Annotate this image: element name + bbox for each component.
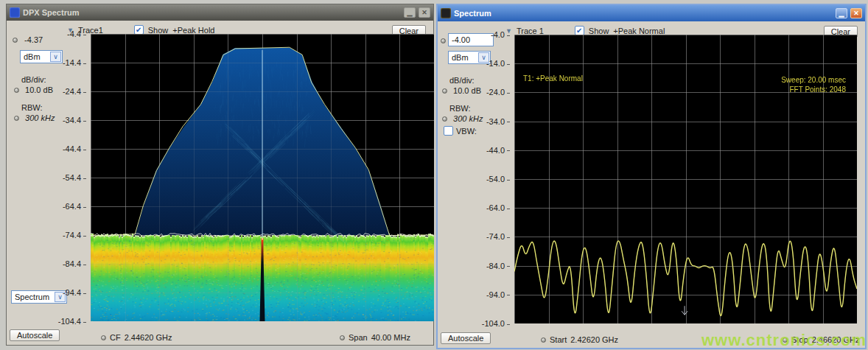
spectrum-app-icon [441,8,451,18]
db-div-value[interactable]: 10.0 dB [453,86,481,95]
unit-select[interactable]: dBm ∨ [20,50,63,63]
start-value: 2.42620 GHz [570,335,618,344]
autoscale-button[interactable]: Autoscale [441,332,491,344]
y-axis-tick: -34.4 [63,116,86,125]
close-button[interactable]: ✕ [850,8,862,18]
knob-icon[interactable] [442,116,447,122]
y-axis-tick: -54.4 [63,173,86,182]
y-axis-tick: -34.0 [486,117,510,126]
y-axis-tick: -24.0 [486,88,510,97]
span-value: 40.00 MHz [371,333,410,342]
ref-level-knob-row: -4.37 [13,35,43,44]
y-axis-tick: -54.0 [486,175,510,183]
watermark: www.cntronics.com [701,331,867,350]
start-label: Start [550,335,567,344]
y-axis-tick: -44.0 [486,146,510,155]
spectrum-titlebar[interactable]: Spectrum ▁ ✕ [438,5,865,21]
knob-icon[interactable] [14,116,19,121]
t1-annotation: T1: +Peak Normal [523,74,583,83]
db-div-label: dB/div: [21,75,46,84]
db-div-label: dB/div: [449,76,475,85]
dpx-app-icon [10,7,20,18]
detection-mode-label[interactable]: +Peak Normal [613,27,665,35]
autoscale-button[interactable]: Autoscale [10,329,60,341]
ref-level-value: -4.00 [452,35,470,44]
knob-icon[interactable] [441,38,446,43]
knob-icon[interactable] [13,38,18,43]
span-readout[interactable]: Span 40.00 MHz [340,333,410,342]
dpx-window-title: DPX Spectrum [23,8,79,17]
vbw-label: VBW: [456,127,477,136]
rbw-label: RBW: [449,104,471,113]
y-axis-tick: -74.4 [63,231,86,239]
y-axis-tick: -74.0 [486,232,510,241]
cf-value: 2.44620 GHz [125,333,172,342]
rbw-value[interactable]: 300 kHz [25,113,55,122]
rbw-label: RBW: [21,103,43,112]
y-axis: -4.0-14.0-24.0-34.0-44.0-54.0-64.0-74.0-… [486,35,514,323]
y-axis-tick: -104.0 [482,319,510,328]
db-div-row: 10.0 dB [442,86,481,95]
y-axis-tick: -84.0 [486,262,510,270]
dpx-titlebar[interactable]: DPX Spectrum ▁ ✕ [7,4,433,21]
unit-value: dBm [452,53,469,62]
unit-select[interactable]: dBm ∨ [448,51,491,64]
rbw-value[interactable]: 300 kHz [453,114,483,123]
dpx-display[interactable] [91,34,434,321]
y-axis-tick: -104.4 [58,317,86,326]
unit-value: dBm [24,52,41,61]
ref-level-value[interactable]: -4.37 [24,35,43,44]
cf-label: CF [110,333,121,342]
y-axis-tick: -24.4 [63,87,86,96]
y-axis: -4.4-14.4-24.4-34.4-44.4-54.4-64.4-74.4-… [63,34,91,321]
display-mode-select[interactable]: Spectrum ∨ [11,290,67,304]
rbw-row: 300 kHz [14,113,55,122]
knob-icon[interactable] [101,335,106,340]
y-axis-tick: -44.4 [63,144,86,153]
sweep-value: Sweep: 20.00 msec [781,75,846,85]
span-label: Span [349,333,368,342]
y-axis-tick: -4.0 [491,30,510,39]
vbw-row: VBW: [444,126,477,136]
dpx-spectrum-window: DPX Spectrum ▁ ✕ ▼ Trace1 ✔ Show +Peak H… [6,4,434,346]
close-button[interactable]: ✕ [419,7,430,18]
y-axis-tick: -64.0 [486,203,510,212]
center-frequency-readout[interactable]: CF 2.44620 GHz [101,333,172,342]
vbw-checkbox[interactable] [444,126,453,136]
y-axis-tick: -14.0 [486,59,510,68]
minimize-button[interactable]: ▁ [836,8,847,18]
y-axis-tick: -14.4 [63,58,86,67]
sweep-annotation: Sweep: 20.00 msec FFT Points: 2048 [781,75,846,94]
show-label: Show [589,27,609,35]
knob-icon[interactable] [340,335,345,340]
spectrum-window-title: Spectrum [454,9,491,18]
y-axis-tick: -94.0 [486,290,510,299]
knob-icon[interactable] [14,88,19,93]
chevron-down-icon: ∨ [50,52,61,62]
db-div-value[interactable]: 10.0 dB [25,85,53,94]
show-label: Show [148,26,169,35]
y-axis-tick: -94.4 [63,288,86,297]
y-axis-tick: -84.4 [63,259,86,268]
y-axis-tick: -64.4 [63,202,86,211]
rbw-row: 300 kHz [442,114,483,123]
y-axis-tick: -4.4 [67,29,86,38]
knob-icon[interactable] [541,337,546,343]
start-frequency-readout[interactable]: Start 2.42620 GHz [541,335,618,344]
db-div-row: 10.0 dB [14,85,53,94]
minimize-button[interactable]: ▁ [404,7,416,18]
detection-mode-label[interactable]: +Peak Hold [172,26,214,35]
trace-selector-label[interactable]: Trace 1 [517,27,544,35]
fft-points-value: FFT Points: 2048 [781,85,846,94]
spectrum-window: Spectrum ▁ ✕ ▼ Trace 1 ✔ Show +Peak Norm… [436,4,867,349]
knob-icon[interactable] [442,88,447,94]
display-mode-value: Spectrum [15,293,49,301]
